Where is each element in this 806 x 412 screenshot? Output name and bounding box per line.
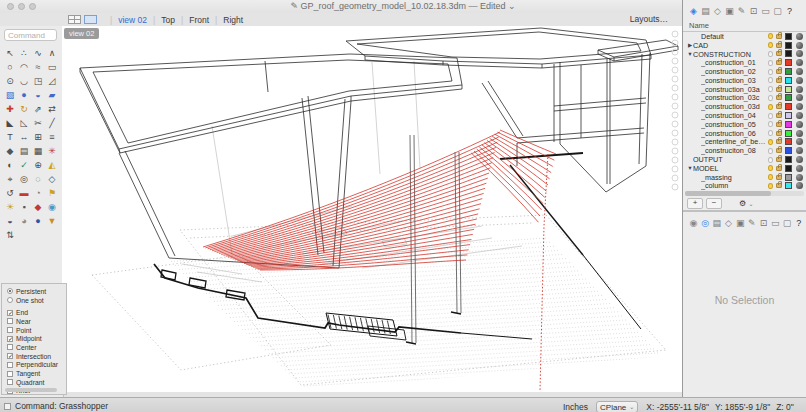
osnap-scrollbar[interactable] — [5, 388, 57, 392]
command-input[interactable] — [4, 29, 57, 41]
layer-row[interactable]: _construction_06 — [683, 129, 806, 138]
layer-row[interactable]: _construciton_08 — [683, 146, 806, 155]
split-tool-icon[interactable]: ╱ — [45, 116, 59, 130]
lock-icon[interactable] — [776, 60, 782, 65]
layers-icon[interactable]: ◈ — [688, 7, 699, 16]
layer-row[interactable]: _construction_03c — [683, 94, 806, 103]
material-icon[interactable] — [796, 77, 803, 84]
osnap-check-center[interactable]: Center — [7, 343, 66, 352]
circle-tool-icon[interactable]: ○ — [3, 60, 17, 74]
analyze-tool-icon[interactable]: ◭ — [45, 158, 59, 172]
explode-tool-icon[interactable]: ✳ — [45, 144, 59, 158]
layer-color-swatch[interactable] — [785, 68, 792, 75]
cplane-dropdown[interactable]: CPlane⌄ — [596, 401, 638, 412]
bulb-icon[interactable] — [768, 77, 773, 83]
material-icon[interactable] — [796, 112, 803, 119]
layer-color-swatch[interactable] — [785, 103, 792, 110]
display-mid-tool-icon[interactable]: ◕ — [17, 214, 31, 228]
lock-icon[interactable] — [776, 139, 782, 144]
shaded-view-tool-icon[interactable]: ◐ — [3, 158, 17, 172]
display-dark-tool-icon[interactable]: ◒ — [3, 214, 17, 228]
help-icon[interactable]: ? — [784, 7, 795, 16]
arc-tool-icon[interactable]: ◠ — [17, 60, 31, 74]
block-tool-icon[interactable]: ▬ — [17, 186, 31, 200]
lock-icon[interactable] — [776, 131, 782, 136]
lock-icon[interactable] — [776, 87, 782, 92]
rotate-tool-icon[interactable]: ↻ — [17, 102, 31, 116]
grid-snap-tool-icon[interactable]: ▦ — [31, 144, 45, 158]
camera-icon[interactable]: ▣ — [735, 219, 746, 228]
layer-row[interactable]: _column — [683, 182, 806, 191]
bulb-icon[interactable] — [768, 157, 773, 163]
surface-tool-icon[interactable]: ◳ — [31, 74, 45, 88]
layer-color-swatch[interactable] — [785, 86, 792, 93]
layer-hscrollbar[interactable] — [685, 191, 804, 196]
earth-tool-icon[interactable]: ● — [31, 214, 45, 228]
layer-row[interactable]: Default — [683, 32, 806, 41]
add-layer-button[interactable]: + — [687, 198, 703, 209]
layer-color-swatch[interactable] — [785, 130, 792, 137]
lock-icon[interactable] — [776, 175, 782, 180]
layer-color-swatch[interactable] — [785, 165, 792, 172]
osnap-check-tangent[interactable]: Tangent — [7, 369, 66, 378]
undo-view-tool-icon[interactable]: ↺ — [3, 186, 17, 200]
frame-icon[interactable]: ▭ — [760, 7, 771, 16]
layouts-button[interactable]: Layouts… — [630, 13, 668, 26]
shade-tool-icon[interactable]: ▤ — [17, 144, 31, 158]
chamfer-tool-icon[interactable]: ◺ — [17, 116, 31, 130]
layer-row[interactable]: _construction_03 — [683, 76, 806, 85]
layer-row[interactable]: OUTPUT — [683, 155, 806, 164]
osnap-check-near[interactable]: Near — [7, 317, 66, 326]
bulb-icon[interactable] — [768, 51, 773, 57]
help-icon[interactable]: ? — [793, 219, 804, 228]
lock-icon[interactable] — [776, 148, 782, 153]
osnap-radio-persistent[interactable]: Persistent — [7, 287, 66, 296]
bulb-icon[interactable] — [768, 69, 773, 75]
bulb-icon[interactable] — [768, 33, 773, 39]
lock-icon[interactable] — [776, 122, 782, 127]
material-icon[interactable] — [796, 68, 803, 75]
layer-color-swatch[interactable] — [785, 156, 792, 163]
select-arrow-icon[interactable]: ↖ — [3, 46, 17, 60]
layer-row[interactable]: _construction_05 — [683, 120, 806, 129]
zoom-window-tool-icon[interactable]: ◎ — [17, 172, 31, 186]
bulb-icon[interactable] — [768, 130, 773, 136]
tab-right[interactable]: Right — [223, 15, 243, 25]
material-icon[interactable] — [796, 147, 803, 154]
material-icon[interactable] — [796, 174, 803, 181]
rectangle-tool-icon[interactable]: ▭ — [45, 60, 59, 74]
history-tool-icon[interactable]: ⇅ — [3, 228, 17, 242]
tab-front[interactable]: Front — [189, 15, 209, 25]
bulb-icon[interactable] — [768, 148, 773, 154]
bulb-icon[interactable] — [768, 165, 773, 171]
plane-tool-icon[interactable]: ▰ — [45, 88, 59, 102]
pages-icon[interactable]: ⊡ — [758, 219, 769, 228]
material-icon[interactable] — [796, 86, 803, 93]
bulb-icon[interactable] — [768, 42, 773, 48]
layer-color-swatch[interactable] — [785, 174, 792, 181]
box-icon[interactable]: ◇ — [712, 7, 723, 16]
lock-icon[interactable] — [776, 113, 782, 118]
viewport[interactable]: view 02 — [62, 26, 682, 392]
cylinder-tool-icon[interactable]: ◒ — [31, 88, 45, 102]
four-pane-layout-icon[interactable] — [68, 15, 81, 24]
pages-icon[interactable]: ⊡ — [748, 7, 759, 16]
bulb-icon[interactable] — [768, 86, 773, 92]
osnap-check-point[interactable]: Point — [7, 326, 66, 335]
layer-row[interactable]: _centerline_of_bea… — [683, 138, 806, 147]
ellipse-tool-icon[interactable]: ⊙ — [3, 74, 17, 88]
units-label[interactable]: Inches — [563, 402, 588, 412]
zoom-target-tool-icon[interactable]: ⌖ — [3, 172, 17, 186]
lock-icon[interactable] — [776, 95, 782, 100]
light-tool-icon[interactable]: ☀ — [3, 200, 17, 214]
display-icon[interactable]: ▢ — [782, 219, 793, 228]
layer-color-swatch[interactable] — [785, 42, 792, 49]
lock-icon[interactable] — [776, 69, 782, 74]
join-tool-icon[interactable]: ⊕ — [31, 158, 45, 172]
layer-row[interactable]: ▼MODEL — [683, 164, 806, 173]
bulb-icon[interactable] — [768, 139, 773, 145]
layer-tool-icon[interactable]: ◆ — [31, 200, 45, 214]
sphere-tool-icon[interactable]: ● — [17, 88, 31, 102]
freeform-curve-icon[interactable]: ≈ — [31, 60, 45, 74]
layer-color-swatch[interactable] — [785, 138, 792, 145]
